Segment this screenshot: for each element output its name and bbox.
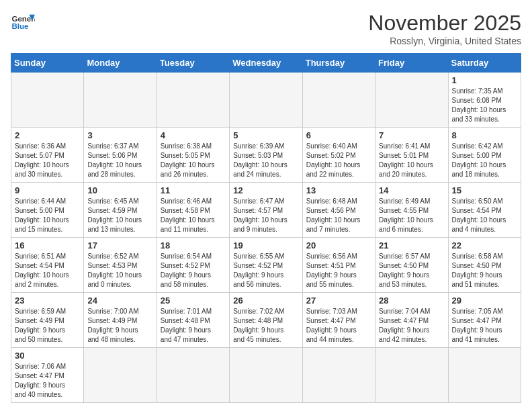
calendar-week-row: 30Sunrise: 7:06 AM Sunset: 4:47 PM Dayli… (11, 348, 521, 403)
calendar-cell: 15Sunrise: 6:50 AM Sunset: 4:54 PM Dayli… (448, 183, 521, 238)
day-number: 3 (87, 130, 152, 140)
day-number: 13 (306, 185, 371, 195)
calendar-cell (230, 348, 302, 403)
day-number: 1 (452, 75, 517, 85)
day-info: Sunrise: 6:49 AM Sunset: 4:55 PM Dayligh… (379, 197, 444, 234)
calendar-cell: 2Sunrise: 6:36 AM Sunset: 5:07 PM Daylig… (11, 128, 84, 183)
calendar-cell (375, 348, 448, 403)
day-info: Sunrise: 7:03 AM Sunset: 4:47 PM Dayligh… (306, 307, 371, 345)
day-info: Sunrise: 6:47 AM Sunset: 4:57 PM Dayligh… (233, 197, 298, 234)
calendar-cell: 18Sunrise: 6:54 AM Sunset: 4:52 PM Dayli… (157, 238, 229, 293)
calendar-cell (302, 73, 375, 128)
day-number: 28 (379, 295, 444, 306)
day-number: 5 (233, 130, 298, 140)
day-number: 22 (452, 240, 517, 250)
calendar-cell (302, 348, 375, 403)
day-info: Sunrise: 6:50 AM Sunset: 4:54 PM Dayligh… (452, 197, 517, 234)
calendar-cell: 20Sunrise: 6:56 AM Sunset: 4:51 PM Dayli… (302, 238, 375, 293)
calendar-cell: 9Sunrise: 6:44 AM Sunset: 5:00 PM Daylig… (11, 183, 84, 238)
calendar-cell: 14Sunrise: 6:49 AM Sunset: 4:55 PM Dayli… (375, 183, 448, 238)
calendar-cell: 27Sunrise: 7:03 AM Sunset: 4:47 PM Dayli… (302, 293, 375, 348)
day-info: Sunrise: 7:02 AM Sunset: 4:48 PM Dayligh… (233, 307, 298, 345)
day-info: Sunrise: 7:04 AM Sunset: 4:47 PM Dayligh… (379, 307, 444, 345)
weekday-header-friday: Friday (375, 54, 448, 73)
calendar-cell (230, 73, 302, 128)
day-info: Sunrise: 6:44 AM Sunset: 5:00 PM Dayligh… (15, 197, 80, 234)
day-info: Sunrise: 6:55 AM Sunset: 4:52 PM Dayligh… (233, 252, 298, 289)
calendar-cell (84, 73, 157, 128)
day-number: 16 (15, 240, 80, 250)
day-number: 19 (233, 240, 298, 250)
day-number: 12 (233, 185, 298, 195)
day-info: Sunrise: 7:00 AM Sunset: 4:49 PM Dayligh… (87, 307, 152, 345)
calendar-header: General Blue November 2025 Rosslyn, Virg… (11, 11, 521, 46)
calendar-cell: 7Sunrise: 6:41 AM Sunset: 5:01 PM Daylig… (375, 128, 448, 183)
day-info: Sunrise: 6:40 AM Sunset: 5:02 PM Dayligh… (306, 142, 371, 179)
calendar-cell: 1Sunrise: 7:35 AM Sunset: 6:08 PM Daylig… (448, 73, 521, 128)
calendar-cell: 17Sunrise: 6:52 AM Sunset: 4:53 PM Dayli… (84, 238, 157, 293)
day-number: 30 (15, 351, 80, 361)
day-info: Sunrise: 6:57 AM Sunset: 4:50 PM Dayligh… (379, 252, 444, 289)
calendar-cell: 28Sunrise: 7:04 AM Sunset: 4:47 PM Dayli… (375, 293, 448, 348)
day-info: Sunrise: 6:58 AM Sunset: 4:50 PM Dayligh… (452, 252, 517, 289)
day-info: Sunrise: 6:41 AM Sunset: 5:01 PM Dayligh… (379, 142, 444, 179)
title-area: November 2025 Rosslyn, Virginia, United … (368, 11, 521, 46)
month-title: November 2025 (368, 11, 521, 36)
weekday-header-saturday: Saturday (448, 54, 521, 73)
calendar-week-row: 2Sunrise: 6:36 AM Sunset: 5:07 PM Daylig… (11, 128, 521, 183)
day-info: Sunrise: 6:54 AM Sunset: 4:52 PM Dayligh… (161, 252, 226, 289)
day-info: Sunrise: 6:52 AM Sunset: 4:53 PM Dayligh… (87, 252, 152, 289)
weekday-header-sunday: Sunday (11, 54, 84, 73)
day-info: Sunrise: 6:39 AM Sunset: 5:03 PM Dayligh… (233, 142, 298, 179)
day-info: Sunrise: 6:36 AM Sunset: 5:07 PM Dayligh… (15, 142, 80, 179)
calendar-cell: 16Sunrise: 6:51 AM Sunset: 4:54 PM Dayli… (11, 238, 84, 293)
location: Rosslyn, Virginia, United States (368, 36, 521, 46)
day-number: 14 (379, 185, 444, 195)
calendar-cell: 21Sunrise: 6:57 AM Sunset: 4:50 PM Dayli… (375, 238, 448, 293)
day-info: Sunrise: 6:59 AM Sunset: 4:49 PM Dayligh… (15, 307, 80, 345)
calendar-cell (157, 348, 229, 403)
weekday-header-row: SundayMondayTuesdayWednesdayThursdayFrid… (11, 54, 521, 73)
calendar-cell: 23Sunrise: 6:59 AM Sunset: 4:49 PM Dayli… (11, 293, 84, 348)
logo: General Blue (11, 11, 35, 35)
weekday-header-thursday: Thursday (302, 54, 375, 73)
day-info: Sunrise: 6:48 AM Sunset: 4:56 PM Dayligh… (306, 197, 371, 234)
day-number: 18 (161, 240, 226, 250)
day-info: Sunrise: 6:46 AM Sunset: 4:58 PM Dayligh… (161, 197, 226, 234)
calendar-cell (375, 73, 448, 128)
day-number: 23 (15, 295, 80, 306)
day-number: 27 (306, 295, 371, 306)
calendar-cell: 30Sunrise: 7:06 AM Sunset: 4:47 PM Dayli… (11, 348, 84, 403)
svg-text:Blue: Blue (11, 22, 29, 30)
day-number: 21 (379, 240, 444, 250)
calendar-cell: 25Sunrise: 7:01 AM Sunset: 4:48 PM Dayli… (157, 293, 229, 348)
day-info: Sunrise: 6:38 AM Sunset: 5:05 PM Dayligh… (161, 142, 226, 179)
calendar-cell: 11Sunrise: 6:46 AM Sunset: 4:58 PM Dayli… (157, 183, 229, 238)
calendar-cell: 19Sunrise: 6:55 AM Sunset: 4:52 PM Dayli… (230, 238, 302, 293)
day-info: Sunrise: 7:05 AM Sunset: 4:47 PM Dayligh… (452, 307, 517, 345)
day-info: Sunrise: 7:06 AM Sunset: 4:47 PM Dayligh… (15, 362, 80, 400)
weekday-header-tuesday: Tuesday (157, 54, 229, 73)
day-info: Sunrise: 6:42 AM Sunset: 5:00 PM Dayligh… (452, 142, 517, 179)
day-number: 7 (379, 130, 444, 140)
day-info: Sunrise: 7:01 AM Sunset: 4:48 PM Dayligh… (161, 307, 226, 345)
day-number: 29 (452, 295, 517, 306)
calendar-cell: 22Sunrise: 6:58 AM Sunset: 4:50 PM Dayli… (448, 238, 521, 293)
calendar-week-row: 1Sunrise: 7:35 AM Sunset: 6:08 PM Daylig… (11, 73, 521, 128)
logo-icon: General Blue (11, 11, 35, 35)
calendar-cell: 10Sunrise: 6:45 AM Sunset: 4:59 PM Dayli… (84, 183, 157, 238)
calendar-week-row: 16Sunrise: 6:51 AM Sunset: 4:54 PM Dayli… (11, 238, 521, 293)
day-info: Sunrise: 6:56 AM Sunset: 4:51 PM Dayligh… (306, 252, 371, 289)
day-info: Sunrise: 6:37 AM Sunset: 5:06 PM Dayligh… (87, 142, 152, 179)
calendar-cell: 6Sunrise: 6:40 AM Sunset: 5:02 PM Daylig… (302, 128, 375, 183)
day-info: Sunrise: 7:35 AM Sunset: 6:08 PM Dayligh… (452, 87, 517, 124)
day-number: 11 (161, 185, 226, 195)
calendar-cell (84, 348, 157, 403)
day-number: 24 (87, 295, 152, 306)
day-number: 2 (15, 130, 80, 140)
calendar-cell: 3Sunrise: 6:37 AM Sunset: 5:06 PM Daylig… (84, 128, 157, 183)
day-number: 6 (306, 130, 371, 140)
day-number: 15 (452, 185, 517, 195)
day-number: 26 (233, 295, 298, 306)
day-number: 9 (15, 185, 80, 195)
